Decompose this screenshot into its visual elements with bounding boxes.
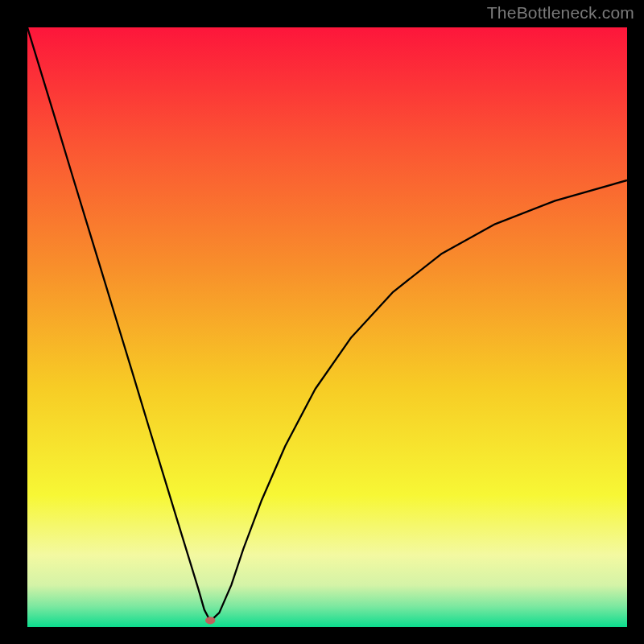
watermark-text: TheBottleneck.com [487,3,634,23]
chart-frame: TheBottleneck.com [0,0,644,644]
plot-background [27,27,627,627]
optimal-marker [205,617,215,624]
bottleneck-chart [27,27,627,627]
